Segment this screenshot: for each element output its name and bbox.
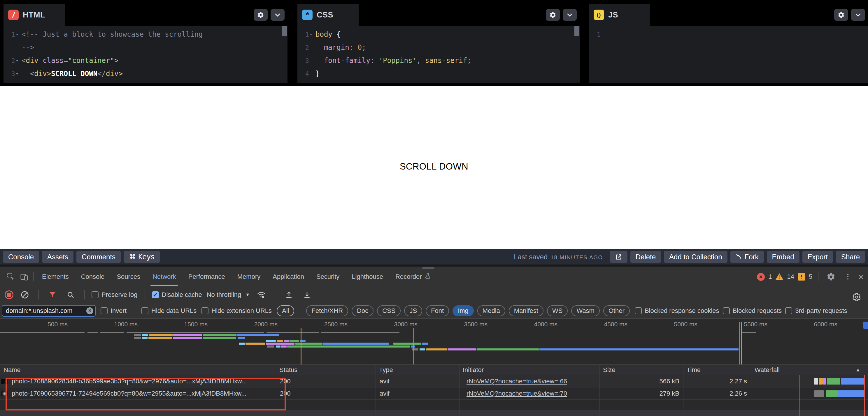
checkbox-box[interactable] [785,307,792,314]
fold-arrow-icon[interactable]: ▾ [310,28,314,41]
devtools-tab-performance[interactable]: Performance [182,267,231,287]
filter-pill-ws[interactable]: WS [547,305,568,316]
fork-button[interactable]: Fork [731,251,764,263]
add-to-collection-button[interactable]: Add to Collection [664,251,727,263]
filter-pill-img[interactable]: Img [453,305,474,316]
devtools-tab-memory[interactable]: Memory [231,267,267,287]
assets-button[interactable]: Assets [42,251,73,263]
devtools-tab-recorder[interactable]: Recorder [389,267,437,287]
invert-checkbox[interactable]: Invert [101,307,127,315]
column-separator[interactable] [683,365,683,416]
record-network-log-button[interactable] [5,290,13,299]
devtools-tab-lighthouse[interactable]: Lighthouse [345,267,389,287]
hide-extension-urls-box[interactable] [202,307,209,314]
checkbox-box[interactable] [723,307,730,314]
clear-filter-icon[interactable]: × [86,307,93,314]
devtools-tab-sources[interactable]: Sources [111,267,146,287]
panel-collapse-button[interactable] [563,9,577,21]
filter-pill-doc[interactable]: Doc [352,305,373,316]
devtools-tab-application[interactable]: Application [267,267,310,287]
inspect-element-icon[interactable] [4,270,18,283]
filter-pill-js[interactable]: JS [404,305,422,316]
fold-arrow-icon[interactable]: ▾ [16,67,20,80]
hide-data-urls-checkbox[interactable]: Hide data URLs [142,307,196,315]
network-settings-icon[interactable] [850,290,863,304]
preserve-log-checkbox[interactable]: Preserve log [92,291,137,299]
devtools-drag-handle[interactable] [422,267,434,269]
checkbox-box[interactable] [635,307,642,314]
tab-js[interactable]: ()JS [589,4,650,26]
error-badge-icon[interactable]: × [757,273,765,281]
tab-css[interactable]: *CSS [298,4,359,26]
editor-scrollbar[interactable] [575,26,579,36]
devtools-tab-elements[interactable]: Elements [36,267,75,287]
search-icon[interactable] [64,288,77,302]
filter-pill-all[interactable]: All [277,305,294,316]
share-button[interactable]: Share [836,251,865,263]
filter-pill-fetch-xhr[interactable]: Fetch/XHR [306,305,348,316]
code-editor-css[interactable]: 1▾body {2 margin: 0;3 font-family: 'Popp… [298,26,580,83]
export-button[interactable]: Export [802,251,833,263]
devtools-tab-network[interactable]: Network [146,267,182,287]
panel-collapse-button[interactable] [851,9,865,21]
devtools-close-icon[interactable]: × [858,272,864,282]
code-editor-js[interactable]: 1 [589,26,868,83]
panel-collapse-button[interactable] [271,9,285,21]
network-conditions-icon[interactable] [254,288,268,302]
panel-settings-button[interactable] [546,9,560,21]
column-header-waterfall[interactable]: Waterfall [754,365,780,375]
open-live-view-button[interactable] [610,251,627,263]
devtools-menu-icon[interactable] [841,270,855,283]
column-header-name[interactable]: Name [3,365,21,375]
embed-button[interactable]: Embed [767,251,800,263]
3rd-party-requests-checkbox[interactable]: 3rd-party requests [785,307,847,315]
disable-cache-checkbox[interactable]: ✓ Disable cache [152,291,202,299]
column-header-status[interactable]: Status [279,365,298,375]
code-editor-html[interactable]: 1▾<!-- Just a block to showcase the scro… [3,26,287,83]
column-header-initiator[interactable]: Initiator [463,365,484,375]
filter-pill-other[interactable]: Other [603,305,630,316]
throttling-dropdown[interactable]: No throttling ▼ [207,291,250,299]
keys-button[interactable]: ⌘ Keys [124,251,160,263]
comments-button[interactable]: Comments [76,251,121,263]
import-har-icon[interactable] [282,288,296,302]
filter-icon[interactable] [46,288,59,302]
issues-badge-icon[interactable]: ! [798,273,805,281]
panel-settings-button[interactable] [834,9,848,21]
panel-settings-button[interactable] [254,9,268,21]
filter-pill-font[interactable]: Font [426,305,449,316]
clear-network-log-icon[interactable] [18,288,31,302]
warning-badge-icon[interactable]: ! [775,273,783,280]
invert-box[interactable] [101,307,107,314]
overview-scroll-indicator[interactable] [863,322,868,329]
column-separator[interactable] [751,365,751,416]
hide-extension-urls-checkbox[interactable]: Hide extension URLs [202,307,272,315]
export-har-icon[interactable] [300,288,314,302]
sort-indicator-icon[interactable]: ▲ [856,365,861,375]
hide-data-urls-box[interactable] [142,307,148,314]
editor-scrollbar[interactable] [282,26,287,36]
initiator-link[interactable]: rNbVeMQ?nocache=true&view=:70 [466,390,567,397]
filter-pill-media[interactable]: Media [477,305,505,316]
blocked-requests-checkbox[interactable]: Blocked requests [723,307,782,315]
devtools-tab-console[interactable]: Console [75,267,111,287]
column-header-type[interactable]: Type [379,365,393,375]
column-separator[interactable] [599,365,600,416]
blocked-response-cookies-checkbox[interactable]: Blocked response cookies [635,307,719,315]
fold-arrow-icon[interactable]: ▾ [16,54,20,67]
delete-button[interactable]: Delete [630,251,661,263]
devtools-settings-icon[interactable] [824,270,838,283]
device-toolbar-icon[interactable] [18,270,31,283]
preserve-log-box[interactable] [92,291,98,298]
column-separator[interactable] [459,365,460,416]
filter-input[interactable] [2,305,96,317]
disable-cache-box[interactable]: ✓ [152,291,159,298]
filter-pill-css[interactable]: CSS [377,305,401,316]
tab-html[interactable]: /HTML [3,4,65,26]
column-header-size[interactable]: Size [603,365,616,375]
filter-pill-manifest[interactable]: Manifest [509,305,544,316]
initiator-link[interactable]: rNbVeMQ?nocache=true&view=:66 [466,378,567,385]
column-header-time[interactable]: Time [687,365,701,375]
fold-arrow-icon[interactable]: ▾ [16,28,20,41]
network-overview-timeline[interactable]: 500 ms1000 ms1500 ms2000 ms2500 ms3000 m… [0,319,868,365]
